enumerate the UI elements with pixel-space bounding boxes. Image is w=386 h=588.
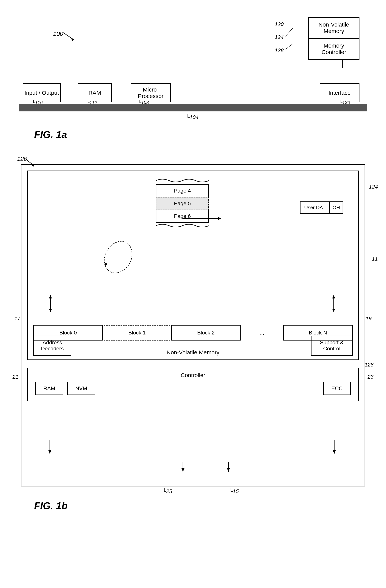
svg-marker-14 [49, 295, 52, 298]
bottom-refs-row: └25 └15 [15, 488, 371, 494]
page4-box: Page 4 [156, 184, 209, 197]
nvm-ctrl-box: NVM [67, 382, 95, 395]
nvm-group-box: Non-Volatile Memory Memory Controller [308, 17, 360, 60]
svg-marker-18 [332, 309, 335, 312]
user-dat-oh-box: User DAT OH [300, 201, 343, 214]
ref-lines-top [284, 19, 299, 61]
outer-box: 124 11 Non-Volatile Memory 17 19 Page 4 [21, 164, 365, 486]
svg-line-0 [63, 32, 74, 40]
ref-120-b: 120 [17, 155, 371, 162]
svg-marker-12 [104, 262, 107, 266]
oh-label: OH [330, 202, 343, 213]
svg-marker-22 [333, 450, 336, 454]
svg-marker-17 [332, 295, 335, 298]
ref-19: 19 [366, 315, 372, 322]
interface-nvm-connector [302, 59, 360, 97]
page5-arrow [183, 213, 240, 224]
controller-inner-row: RAM NVM ECC [35, 382, 351, 395]
nvm-label-inside: Non-Volatile Memory [167, 349, 219, 356]
user-dat-label: User DAT [300, 202, 330, 213]
input-output-box: Input / Output [23, 83, 61, 102]
controller-box: 128 21 23 Controller RAM NVM ECC [27, 368, 359, 401]
ref-104: └104 [186, 114, 198, 120]
ref-21: 21 [13, 374, 18, 380]
ref-128-a: 128 [275, 47, 284, 53]
svg-line-4 [285, 43, 293, 49]
fig1a-label: FIG. 1a [34, 129, 67, 140]
ref-23: 23 [368, 374, 373, 380]
svg-marker-15 [49, 309, 52, 312]
ref-128-b: 128 [365, 362, 373, 368]
support-ctrl-box: Support & Control [311, 336, 353, 356]
blocks-row: Block 0 Block 1 Block 2 ... Block N [33, 325, 353, 340]
microprocessor-box: Micro- Processor [131, 83, 171, 102]
ref-17: 17 [14, 315, 20, 322]
wavy-top-line [156, 177, 209, 183]
addr-down-arrow [44, 441, 56, 456]
support-up-arrow [328, 293, 339, 316]
ref-15: └15 [229, 488, 239, 494]
block-dots: ... [241, 325, 283, 340]
ref-120-a: 120 [275, 21, 284, 27]
ref-11: 11 [372, 256, 378, 262]
svg-line-3 [285, 28, 293, 36]
fig1b-label: FIG. 1b [34, 500, 371, 511]
controller-label: Controller [35, 372, 351, 378]
ram-box-a: RAM [78, 83, 112, 102]
support-down-arrow [329, 441, 340, 456]
memory-controller-box: Memory Controller [309, 39, 359, 59]
inner-nvm-box: Non-Volatile Memory 17 19 Page 4 Page 5 … [27, 170, 359, 360]
bottom-arrows [172, 462, 247, 474]
page5-box: Page 5 [156, 197, 209, 210]
addr-up-arrow [45, 293, 56, 316]
arrow-100 [61, 30, 80, 42]
block2-box: Block 2 [171, 325, 241, 340]
ref-124-a: 124 [275, 34, 284, 40]
curved-arrow [94, 237, 151, 294]
svg-marker-11 [218, 217, 221, 220]
svg-marker-26 [227, 468, 230, 472]
bus-bar [19, 104, 367, 111]
ref-124-b: 124 [369, 184, 378, 190]
nvm-box: Non-Volatile Memory [309, 18, 359, 39]
block1-box: Block 1 [102, 325, 172, 340]
svg-marker-20 [48, 450, 51, 454]
ram-ctrl-box: RAM [35, 382, 63, 395]
ecc-ctrl-box: ECC [323, 382, 351, 395]
svg-marker-24 [181, 468, 184, 472]
ref-25: └25 [162, 488, 172, 494]
addr-decoders-box: Address Decoders [33, 336, 71, 356]
